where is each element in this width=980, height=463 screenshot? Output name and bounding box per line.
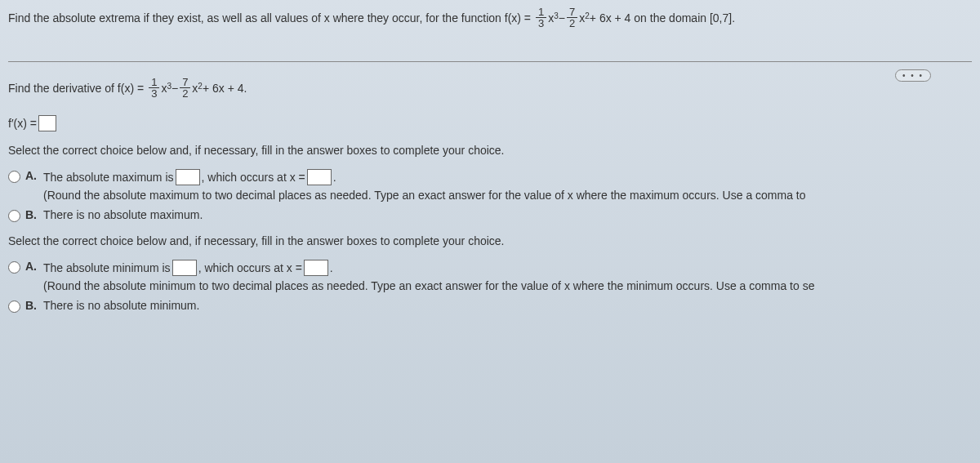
radio-min-b[interactable] bbox=[8, 301, 20, 313]
label-min-b: B. bbox=[25, 299, 37, 312]
min-value-input[interactable] bbox=[172, 260, 197, 276]
derivative-prompt: Find the derivative of f(x) = 1 3 x3 − 7… bbox=[8, 77, 972, 99]
max-text-2: , which occurs at x = bbox=[202, 171, 305, 184]
header-prefix: Find the absolute extrema if they exist,… bbox=[8, 11, 531, 24]
max-text-b: There is no absolute maximum. bbox=[43, 208, 203, 221]
max-x-input[interactable] bbox=[307, 169, 332, 185]
more-options-button[interactable]: • • • bbox=[895, 69, 931, 82]
label-max-b: B. bbox=[25, 208, 37, 221]
min-text-1: The absolute minimum is bbox=[43, 261, 171, 274]
derivative-formula: 1 3 x3 − 7 2 x2 + 6x + 4. bbox=[147, 77, 247, 99]
derivative-prefix: Find the derivative of f(x) = bbox=[8, 82, 144, 95]
fprime-row: f′(x) = bbox=[8, 115, 972, 131]
max-text-3: . bbox=[333, 171, 336, 184]
min-choice-b: B. There is no absolute minimum. bbox=[8, 299, 972, 313]
max-value-input[interactable] bbox=[176, 169, 200, 185]
min-text-3: . bbox=[330, 261, 333, 274]
max-choice-a: A. The absolute maximum is , which occur… bbox=[8, 169, 972, 202]
question-content: Find the absolute extrema if they exist,… bbox=[0, 0, 980, 326]
fprime-label: f′(x) = bbox=[8, 117, 37, 130]
min-x-input[interactable] bbox=[304, 260, 328, 276]
max-text-1: The absolute maximum is bbox=[43, 171, 174, 184]
divider bbox=[8, 61, 972, 62]
select-instruction-2: Select the correct choice below and, if … bbox=[8, 234, 972, 247]
frac-7-2-b: 7 2 bbox=[180, 77, 190, 99]
max-hint: (Round the absolute maximum to two decim… bbox=[43, 189, 972, 202]
frac-1-3: 1 3 bbox=[536, 7, 546, 29]
select-instruction-1: Select the correct choice below and, if … bbox=[8, 144, 972, 157]
min-text-b: There is no absolute minimum. bbox=[43, 299, 199, 312]
min-text-2: , which occurs at x = bbox=[198, 261, 302, 274]
frac-7-2: 7 2 bbox=[567, 7, 577, 29]
label-min-a: A. bbox=[25, 260, 37, 273]
fprime-input[interactable] bbox=[38, 115, 56, 131]
frac-1-3-b: 1 3 bbox=[149, 77, 159, 99]
label-max-a: A. bbox=[25, 169, 37, 182]
radio-min-a[interactable] bbox=[8, 261, 20, 274]
question-header: Find the absolute extrema if they exist,… bbox=[8, 7, 972, 29]
header-formula: 1 3 x3 − 7 2 x2 + 6x + 4 on the domain [… bbox=[534, 7, 735, 29]
min-choice-a: A. The absolute minimum is , which occur… bbox=[8, 260, 972, 292]
min-hint: (Round the absolute minimum to two decim… bbox=[43, 279, 972, 292]
max-choice-b: B. There is no absolute maximum. bbox=[8, 208, 972, 222]
radio-max-a[interactable] bbox=[8, 171, 20, 183]
radio-max-b[interactable] bbox=[8, 210, 20, 222]
